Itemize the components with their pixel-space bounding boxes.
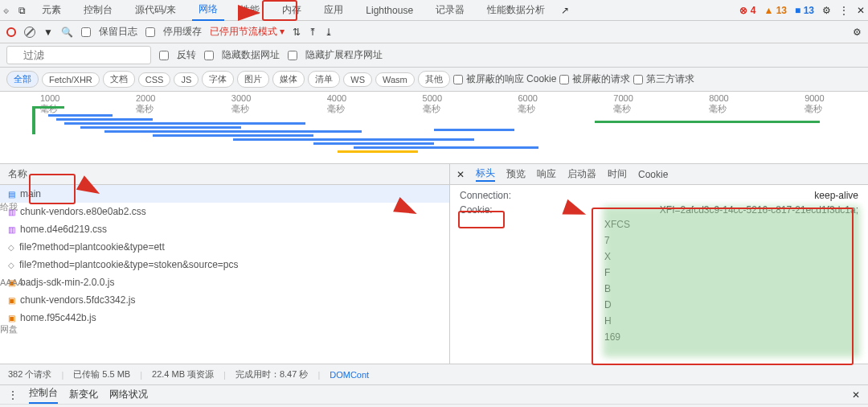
- connection-key: Connection:: [460, 190, 511, 201]
- overflow-icon[interactable]: ↗: [561, 5, 569, 16]
- request-row[interactable]: ◇file?method=plantcookie&type=stoken&sou…: [0, 256, 449, 273]
- cookie-blur-block: [603, 206, 860, 357]
- more-icon[interactable]: ⋮: [8, 389, 18, 401]
- tab-sources[interactable]: 源代码/来: [129, 0, 182, 20]
- download-icon[interactable]: ⤓: [325, 27, 333, 38]
- chip-other[interactable]: 其他: [418, 71, 450, 88]
- tab-console[interactable]: 控制台: [77, 0, 119, 20]
- request-row[interactable]: ◇file?method=plantcookie&type=ett: [0, 238, 449, 256]
- console-tab-console[interactable]: 控制台: [29, 386, 58, 404]
- tab-recorder[interactable]: 记录器: [429, 0, 471, 20]
- timeline-chart[interactable]: 1000 毫秒 2000 毫秒 3000 毫秒 4000 毫秒 5000 毫秒 …: [0, 92, 868, 164]
- search-icon[interactable]: 🔍: [61, 27, 73, 38]
- chip-manifest[interactable]: 清单: [308, 71, 340, 88]
- invert-checkbox[interactable]: [159, 51, 169, 60]
- cookie-key: Cookie:: [460, 204, 493, 216]
- request-name: file?method=plantcookie&type=stoken&sour…: [19, 259, 239, 270]
- file-icon: ▤: [8, 190, 15, 199]
- upload-icon[interactable]: ⤒: [309, 27, 317, 38]
- dtab-timing[interactable]: 时间: [608, 167, 627, 181]
- request-row[interactable]: ▣home.f95c442b.js: [0, 309, 449, 327]
- name-header: 名称: [0, 164, 449, 185]
- chip-font[interactable]: 字体: [202, 71, 234, 88]
- dtab-initiator[interactable]: 启动器: [567, 167, 596, 181]
- hide-ext-urls-checkbox[interactable]: [288, 51, 297, 60]
- finish-time: 完成用时：8.47 秒: [235, 368, 308, 380]
- record-icon[interactable]: [6, 27, 16, 37]
- tab-memory[interactable]: 内存: [276, 0, 308, 20]
- chip-all[interactable]: 全部: [6, 71, 39, 88]
- request-name: main: [20, 188, 41, 199]
- blocked-cookies-checkbox[interactable]: [453, 75, 463, 84]
- info-count[interactable]: ■ 13: [795, 5, 814, 16]
- request-name: file?method=plantcookie&type=ett: [19, 241, 165, 253]
- chip-ws[interactable]: WS: [343, 72, 372, 87]
- chip-wasm[interactable]: Wasm: [375, 72, 415, 87]
- tab-elements[interactable]: 元素: [35, 0, 68, 20]
- request-name: home.f95c442b.js: [20, 312, 96, 323]
- transferred: 已传输 5.5 MB: [73, 368, 130, 380]
- console-tab-changes[interactable]: 新变化: [69, 388, 98, 401]
- request-name: chunk-vendors.5fdc3342.js: [20, 294, 135, 306]
- chip-img[interactable]: 图片: [237, 71, 269, 88]
- invert-label: 反转: [177, 48, 196, 62]
- side-c: 网盘: [0, 323, 29, 335]
- chip-js[interactable]: JS: [174, 72, 199, 87]
- dtab-preview[interactable]: 预览: [506, 167, 526, 181]
- warning-count[interactable]: ▲ 13: [764, 5, 787, 16]
- resources: 22.4 MB 项资源: [152, 368, 214, 380]
- request-name: chunk-vendors.e80e0ab2.css: [20, 206, 146, 217]
- chip-fetch[interactable]: Fetch/XHR: [42, 72, 100, 87]
- clear-icon[interactable]: [24, 27, 35, 38]
- disable-cache-label: 停用缓存: [163, 25, 202, 39]
- request-name: home.d4e6d219.css: [20, 224, 107, 235]
- preserve-log-checkbox[interactable]: [81, 27, 91, 37]
- third-party-checkbox[interactable]: [633, 75, 643, 84]
- tab-performance[interactable]: 性能: [234, 0, 266, 20]
- tab-perf-insights[interactable]: 性能数据分析: [481, 0, 551, 20]
- inspect-icon[interactable]: ⟐: [3, 5, 9, 16]
- request-row[interactable]: ▥home.d4e6d219.css: [0, 220, 449, 238]
- side-b: AAAA: [0, 278, 29, 287]
- request-row[interactable]: ▣badjs-sdk-min-2.0.0.js: [0, 273, 449, 291]
- disable-cache-checkbox[interactable]: [145, 27, 155, 37]
- dtab-response[interactable]: 响应: [537, 167, 556, 181]
- error-count[interactable]: ⊗ 4: [739, 5, 755, 16]
- request-row[interactable]: ▥chunk-vendors.e80e0ab2.css: [0, 203, 449, 220]
- chip-media[interactable]: 媒体: [272, 71, 305, 88]
- wifi-icon[interactable]: ⇅: [293, 27, 301, 38]
- filter-input[interactable]: [6, 46, 151, 64]
- blocked-cookies-label: 被屏蔽的响应 Cookie: [466, 72, 557, 86]
- close-icon[interactable]: ✕: [457, 169, 465, 180]
- request-row[interactable]: ▣chunk-vendors.5fdc3342.js: [0, 291, 449, 309]
- side-a: 给我: [0, 201, 29, 213]
- close-icon[interactable]: ✕: [852, 389, 860, 401]
- domcontent: DOMCont: [330, 370, 369, 380]
- tab-lighthouse[interactable]: Lighthouse: [359, 2, 420, 19]
- device-icon[interactable]: ⧉: [18, 5, 26, 16]
- request-row[interactable]: ▤main: [0, 185, 449, 203]
- throttle-select[interactable]: 已停用节流模式 ▾: [210, 25, 285, 39]
- chip-css[interactable]: CSS: [138, 72, 171, 87]
- preserve-log-label: 保留日志: [99, 25, 137, 39]
- gear-icon[interactable]: ⚙: [822, 5, 831, 16]
- gear-icon[interactable]: ⚙: [853, 27, 862, 38]
- request-name: badjs-sdk-min-2.0.0.js: [20, 277, 114, 288]
- dtab-cookies[interactable]: Cookie: [638, 169, 668, 180]
- more-icon[interactable]: ⋮: [839, 5, 849, 16]
- hide-data-urls-checkbox[interactable]: [204, 51, 214, 60]
- tab-network[interactable]: 网络: [192, 0, 224, 21]
- hide-data-urls-label: 隐藏数据网址: [222, 48, 280, 62]
- close-icon[interactable]: ✕: [857, 5, 865, 16]
- connection-value: keep-alive: [814, 190, 858, 201]
- blocked-req-checkbox[interactable]: [559, 75, 569, 84]
- filter-icon[interactable]: ▼: [43, 27, 53, 38]
- console-tab-network-conditions[interactable]: 网络状况: [109, 388, 148, 401]
- blocked-req-label: 被屏蔽的请求: [572, 72, 630, 86]
- hide-ext-urls-label: 隐藏扩展程序网址: [305, 48, 383, 62]
- chip-doc[interactable]: 文档: [103, 71, 135, 88]
- third-party-label: 第三方请求: [646, 72, 694, 86]
- dtab-headers[interactable]: 标头: [476, 166, 495, 182]
- tab-application[interactable]: 应用: [317, 0, 350, 20]
